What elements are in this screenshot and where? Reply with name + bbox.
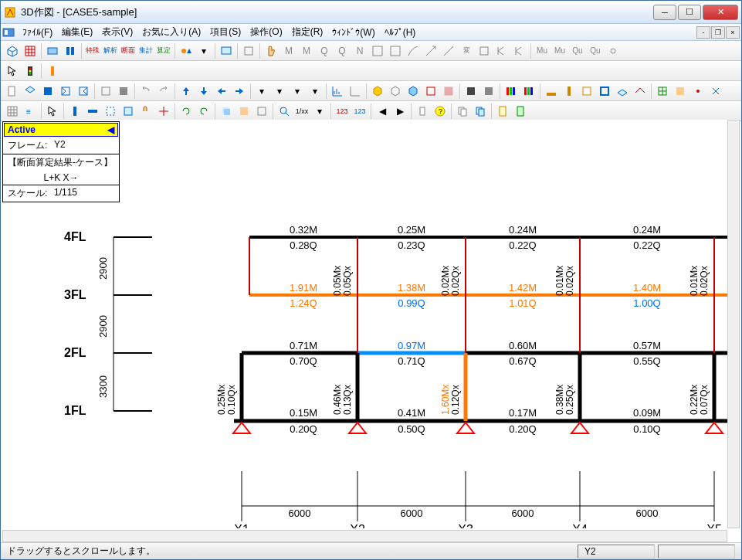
m-icon[interactable]: M	[280, 42, 297, 59]
dropdown-icon[interactable]: ▾	[195, 42, 212, 59]
matrix-icon[interactable]	[4, 103, 21, 120]
help-icon[interactable]: ?	[432, 103, 449, 120]
elev-icon[interactable]	[62, 42, 79, 59]
zoomfit-icon[interactable]: 1/xx	[293, 103, 310, 120]
summary-icon[interactable]: 集計	[137, 42, 154, 59]
n-icon[interactable]: N	[351, 42, 368, 59]
lyr-icon[interactable]	[218, 103, 235, 120]
pointer-icon[interactable]	[44, 103, 61, 120]
qu-icon[interactable]: Qu	[569, 42, 586, 59]
deform-icon[interactable]	[405, 42, 422, 59]
selbox-icon[interactable]	[102, 103, 119, 120]
selpan-icon[interactable]	[120, 103, 137, 120]
slab-icon[interactable]	[614, 83, 631, 100]
cube2-icon[interactable]	[387, 83, 404, 100]
arrow-icon[interactable]	[422, 42, 439, 59]
dot-icon[interactable]	[689, 83, 706, 100]
traffic-icon[interactable]	[22, 63, 39, 80]
maximize-button[interactable]: ☐	[678, 5, 701, 20]
cube4-icon[interactable]	[422, 83, 439, 100]
menu-edit[interactable]: 編集(E)	[57, 23, 97, 41]
q-icon[interactable]: Q	[316, 42, 333, 59]
text-icon[interactable]: ≡	[22, 103, 39, 120]
minimize-button[interactable]: ─	[653, 5, 676, 20]
shapes-icon[interactable]	[178, 42, 195, 59]
q2-icon[interactable]: Q	[334, 42, 351, 59]
move-icon[interactable]	[155, 103, 172, 120]
rect-icon[interactable]	[240, 42, 257, 59]
left-icon[interactable]	[213, 83, 230, 100]
drawing-canvas[interactable]: Active ◀ フレーム: Y2 【断面算定結果-ケース】 L+K X→ スケ…	[2, 120, 727, 528]
lyr3-icon[interactable]	[253, 103, 270, 120]
info-icon[interactable]	[414, 103, 431, 120]
menu-favorite[interactable]: お気に入り(A)	[137, 23, 205, 41]
right-icon[interactable]	[231, 83, 248, 100]
combo-icon[interactable]	[369, 42, 386, 59]
screen-icon[interactable]	[218, 42, 235, 59]
next-icon[interactable]: ▶	[391, 103, 408, 120]
menu-window[interactable]: ｳｨﾝﾄﾞｳ(W)	[327, 25, 379, 40]
menu-view[interactable]: 表示(V)	[97, 23, 137, 41]
mdi-minimize[interactable]: -	[696, 26, 710, 39]
menu-assign[interactable]: 指定(R)	[287, 23, 328, 41]
box-icon[interactable]	[476, 42, 493, 59]
mesh-icon[interactable]	[654, 83, 671, 100]
redo-icon[interactable]	[155, 83, 172, 100]
menu-item[interactable]: 項目(S)	[205, 23, 246, 41]
selcol-icon[interactable]	[66, 103, 83, 120]
rgb1-icon[interactable]	[503, 83, 520, 100]
doc2-icon[interactable]	[512, 103, 529, 120]
mdi-close[interactable]: ×	[726, 26, 740, 39]
special-icon[interactable]: 特殊	[84, 42, 101, 59]
up-icon[interactable]	[178, 83, 195, 100]
chart2-icon[interactable]	[347, 83, 364, 100]
scrollbar-vertical[interactable]	[727, 120, 740, 528]
undo-icon[interactable]	[137, 83, 154, 100]
chart-icon[interactable]	[329, 83, 346, 100]
tex-icon[interactable]	[672, 83, 689, 100]
prev-icon[interactable]: ◀	[374, 103, 391, 120]
k1-icon[interactable]	[493, 42, 510, 59]
pick-icon[interactable]	[97, 83, 114, 100]
mdi-restore[interactable]: ❐	[711, 26, 725, 39]
cube-icon[interactable]	[369, 83, 386, 100]
selbeam-icon[interactable]	[84, 103, 101, 120]
frame-icon[interactable]	[596, 83, 613, 100]
zoom-icon[interactable]	[276, 103, 293, 120]
menu-help[interactable]: ﾍﾙﾌﾟ(H)	[380, 25, 421, 40]
cube3-icon[interactable]	[405, 83, 422, 100]
view3d-icon[interactable]	[22, 83, 39, 100]
solid2-icon[interactable]	[480, 83, 497, 100]
rot-icon[interactable]	[178, 103, 195, 120]
sel-icon[interactable]	[115, 83, 132, 100]
nav4dd-icon[interactable]: ▾	[307, 83, 324, 100]
scrollbar-horizontal[interactable]	[2, 530, 727, 542]
solid1-icon[interactable]	[462, 83, 479, 100]
pointer2-icon[interactable]	[4, 63, 21, 80]
rgb2-icon[interactable]	[520, 83, 537, 100]
opening-icon[interactable]	[578, 83, 595, 100]
copy2-icon[interactable]	[472, 103, 489, 120]
pan-icon[interactable]	[137, 103, 154, 120]
m2-icon[interactable]: M	[298, 42, 315, 59]
combo2-icon[interactable]	[387, 42, 404, 59]
hand-icon[interactable]	[263, 42, 280, 59]
num2-icon[interactable]: 123	[351, 103, 368, 120]
side-icon[interactable]	[57, 83, 74, 100]
new-icon[interactable]	[4, 83, 21, 100]
grid-icon[interactable]	[22, 42, 39, 59]
wall-icon[interactable]	[561, 83, 578, 100]
col-icon[interactable]	[44, 63, 61, 80]
navdd-icon[interactable]: ▾	[253, 83, 270, 100]
front-icon[interactable]	[39, 83, 56, 100]
close-button[interactable]: ✕	[703, 5, 738, 20]
zoomdd-icon[interactable]: ▾	[311, 103, 328, 120]
cross-icon[interactable]	[707, 83, 724, 100]
num-icon[interactable]: 123	[334, 103, 351, 120]
isometric-icon[interactable]	[4, 42, 21, 59]
calc-icon[interactable]: 算定	[155, 42, 172, 59]
mu2-icon[interactable]: Mu	[551, 42, 568, 59]
roof-icon[interactable]	[632, 83, 649, 100]
copy-icon[interactable]	[454, 103, 471, 120]
nav2dd-icon[interactable]: ▾	[271, 83, 288, 100]
